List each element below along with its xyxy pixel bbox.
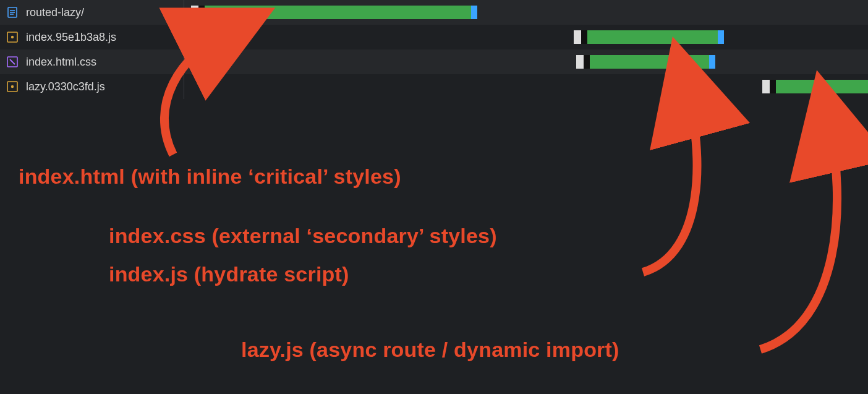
request-name: lazy.0330c3fd.js — [26, 80, 105, 93]
timing-bar[interactable] — [576, 55, 716, 69]
annotation-text: index.css (external ‘secondary’ styles) — [109, 224, 497, 248]
network-waterfall-panel: routed-lazy/ index.95e1b3a8.js — [0, 0, 868, 394]
request-name-cell[interactable]: routed-lazy/ — [0, 0, 184, 25]
request-name: index.95e1b3a8.js — [26, 31, 116, 44]
script-icon — [6, 80, 19, 93]
annotation-text: lazy.js (async route / dynamic import) — [241, 338, 619, 362]
annotation-text: index.html (with inline ‘critical’ style… — [19, 165, 401, 189]
queue-segment — [762, 80, 776, 93]
request-name-cell[interactable]: index.html.css — [0, 49, 184, 74]
tail-segment — [471, 6, 477, 19]
queue-segment — [576, 55, 590, 69]
timing-bar[interactable] — [762, 80, 868, 93]
network-row[interactable]: index.html.css — [0, 49, 868, 74]
timing-bar[interactable] — [574, 30, 723, 44]
request-timeline[interactable] — [184, 74, 868, 99]
tail-segment — [718, 30, 724, 44]
request-name-cell[interactable]: lazy.0330c3fd.js — [0, 74, 184, 99]
download-segment — [205, 6, 471, 19]
queue-segment — [191, 6, 205, 19]
network-row[interactable]: lazy.0330c3fd.js — [0, 74, 868, 99]
request-name: index.html.css — [26, 56, 96, 69]
request-name: routed-lazy/ — [26, 6, 84, 19]
request-timeline[interactable] — [184, 25, 868, 49]
request-name-cell[interactable]: index.95e1b3a8.js — [0, 25, 184, 49]
svg-point-8 — [11, 85, 14, 88]
stylesheet-icon — [6, 56, 19, 68]
queue-segment — [574, 30, 587, 44]
tail-segment — [709, 55, 715, 69]
annotation-text: index.js (hydrate script) — [109, 262, 349, 286]
svg-point-5 — [11, 36, 14, 38]
download-segment — [587, 30, 717, 44]
request-timeline[interactable] — [184, 49, 868, 74]
timing-bar[interactable] — [191, 6, 477, 19]
network-row[interactable]: routed-lazy/ — [0, 0, 868, 25]
script-icon — [6, 31, 19, 43]
network-row[interactable]: index.95e1b3a8.js — [0, 25, 868, 49]
document-icon — [6, 6, 19, 19]
download-segment — [776, 80, 868, 93]
request-timeline[interactable] — [184, 0, 868, 25]
download-segment — [590, 55, 710, 69]
network-rows: routed-lazy/ index.95e1b3a8.js — [0, 0, 868, 99]
